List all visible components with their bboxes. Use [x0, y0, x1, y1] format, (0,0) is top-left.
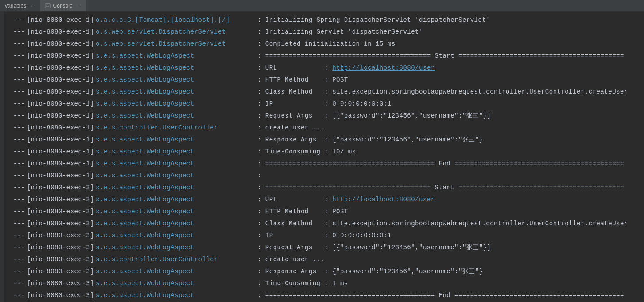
log-thread: [nio-8080-exec-3]	[25, 194, 94, 206]
log-line: ---[nio-8080-exec-1]s.e.s.aspect.WebLogA…	[4, 62, 644, 74]
log-line: ---[nio-8080-exec-1]o.a.c.c.C.[Tomcat].[…	[4, 14, 644, 26]
log-line: ---[nio-8080-exec-1]s.e.s.aspect.WebLogA…	[4, 110, 644, 122]
log-dash: ---	[4, 14, 25, 26]
log-dash: ---	[4, 50, 25, 62]
log-message: Response Args : {"password":"123456","us…	[265, 266, 483, 278]
log-separator: :	[253, 38, 265, 50]
log-line: ---[nio-8080-exec-1]o.s.web.servlet.Disp…	[4, 26, 644, 38]
log-thread: [nio-8080-exec-3]	[25, 182, 94, 194]
log-thread: [nio-8080-exec-1]	[25, 26, 94, 38]
log-thread: [nio-8080-exec-3]	[25, 206, 94, 218]
log-logger: s.e.s.aspect.WebLogAspect	[94, 218, 253, 230]
log-dash: ---	[4, 74, 25, 86]
log-dash: ---	[4, 278, 25, 290]
log-message: Response Args : {"password":"123456","us…	[265, 134, 483, 146]
log-thread: [nio-8080-exec-1]	[25, 62, 94, 74]
log-thread: [nio-8080-exec-3]	[25, 266, 94, 278]
log-thread: [nio-8080-exec-1]	[25, 122, 94, 134]
log-logger: s.e.s.aspect.WebLogAspect	[94, 86, 253, 98]
pin-icon: →°	[75, 3, 81, 8]
log-message: ========================================…	[265, 182, 624, 194]
log-dash: ---	[4, 170, 25, 182]
log-thread: [nio-8080-exec-1]	[25, 170, 94, 182]
log-dash: ---	[4, 242, 25, 254]
tab-console[interactable]: Console →°	[40, 0, 86, 11]
log-logger: s.e.s.aspect.WebLogAspect	[94, 158, 253, 170]
log-separator: :	[253, 218, 265, 230]
log-line: ---[nio-8080-exec-1]s.e.s.aspect.WebLogA…	[4, 158, 644, 170]
log-dash: ---	[4, 110, 25, 122]
log-line: ---[nio-8080-exec-3]s.e.s.aspect.WebLogA…	[4, 206, 644, 218]
log-line: ---[nio-8080-exec-3]s.e.s.aspect.WebLogA…	[4, 278, 644, 290]
log-thread: [nio-8080-exec-1]	[25, 146, 94, 158]
log-logger: o.a.c.c.C.[Tomcat].[localhost].[/]	[94, 14, 253, 26]
log-message: IP : 0:0:0:0:0:0:0:1	[265, 230, 392, 242]
log-logger: s.e.s.aspect.WebLogAspect	[94, 182, 253, 194]
console-icon	[45, 3, 51, 9]
log-dash: ---	[4, 86, 25, 98]
console-output[interactable]: ---[nio-8080-exec-1]o.a.c.c.C.[Tomcat].[…	[4, 12, 644, 302]
log-message: HTTP Method : POST	[265, 74, 348, 86]
log-thread: [nio-8080-exec-1]	[25, 110, 94, 122]
log-line: ---[nio-8080-exec-1]s.e.s.aspect.WebLogA…	[4, 98, 644, 110]
tab-console-label: Console	[53, 3, 73, 9]
log-separator: :	[253, 110, 265, 122]
log-separator: :	[253, 170, 265, 182]
log-line: ---[nio-8080-exec-1]s.e.s.aspect.WebLogA…	[4, 146, 644, 158]
log-message: ========================================…	[265, 50, 624, 62]
log-dash: ---	[4, 62, 25, 74]
log-url-link[interactable]: http://localhost:8080/user	[332, 62, 435, 74]
log-logger: s.e.s.aspect.WebLogAspect	[94, 110, 253, 122]
log-dash: ---	[4, 146, 25, 158]
log-logger: s.e.s.aspect.WebLogAspect	[94, 194, 253, 206]
log-message: Time-Consuming : 1 ms	[265, 278, 348, 290]
log-message: Class Method : site.exception.springboot…	[265, 218, 628, 230]
log-message: ========================================…	[265, 158, 624, 170]
tool-window-tabs: Variables →° Console →°	[0, 0, 644, 12]
log-dash: ---	[4, 182, 25, 194]
log-dash: ---	[4, 98, 25, 110]
log-separator: :	[253, 74, 265, 86]
log-logger: s.e.s.aspect.WebLogAspect	[94, 134, 253, 146]
log-thread: [nio-8080-exec-1]	[25, 50, 94, 62]
log-thread: [nio-8080-exec-3]	[25, 254, 94, 266]
log-logger: s.e.s.aspect.WebLogAspect	[94, 278, 253, 290]
log-message: Time-Consuming : 107 ms	[265, 146, 356, 158]
log-thread: [nio-8080-exec-3]	[25, 218, 94, 230]
log-line: ---[nio-8080-exec-3]s.e.s.aspect.WebLogA…	[4, 182, 644, 194]
log-thread: [nio-8080-exec-1]	[25, 86, 94, 98]
log-logger: s.e.s.aspect.WebLogAspect	[94, 206, 253, 218]
log-separator: :	[253, 26, 265, 38]
editor-gutter	[0, 12, 4, 302]
log-logger: s.e.s.aspect.WebLogAspect	[94, 242, 253, 254]
log-logger: s.e.s.aspect.WebLogAspect	[94, 74, 253, 86]
log-separator: :	[253, 206, 265, 218]
log-url-link[interactable]: http://localhost:8080/user	[332, 194, 435, 206]
log-separator: :	[253, 14, 265, 26]
log-message: Initializing Spring DispatcherServlet 'd…	[265, 14, 490, 26]
log-logger: s.e.s.controller.UserController	[94, 254, 253, 266]
log-thread: [nio-8080-exec-1]	[25, 14, 94, 26]
log-thread: [nio-8080-exec-1]	[25, 74, 94, 86]
log-line: ---[nio-8080-exec-1]s.e.s.aspect.WebLogA…	[4, 170, 644, 182]
log-logger: s.e.s.aspect.WebLogAspect	[94, 146, 253, 158]
log-logger: o.s.web.servlet.DispatcherServlet	[94, 26, 253, 38]
log-dash: ---	[4, 218, 25, 230]
tab-variables[interactable]: Variables →°	[0, 0, 40, 11]
log-dash: ---	[4, 266, 25, 278]
log-logger: s.e.s.aspect.WebLogAspect	[94, 170, 253, 182]
pin-icon: →°	[28, 3, 35, 8]
log-line: ---[nio-8080-exec-3]s.e.s.aspect.WebLogA…	[4, 194, 644, 206]
log-message: ========================================…	[265, 290, 624, 302]
log-separator: :	[253, 50, 265, 62]
log-line: ---[nio-8080-exec-1]s.e.s.controller.Use…	[4, 122, 644, 134]
log-line: ---[nio-8080-exec-1]s.e.s.aspect.WebLogA…	[4, 50, 644, 62]
log-separator: :	[253, 194, 265, 206]
log-separator: :	[253, 230, 265, 242]
log-line: ---[nio-8080-exec-1]o.s.web.servlet.Disp…	[4, 38, 644, 50]
log-dash: ---	[4, 254, 25, 266]
log-dash: ---	[4, 134, 25, 146]
log-thread: [nio-8080-exec-3]	[25, 290, 94, 302]
log-dash: ---	[4, 290, 25, 302]
log-message: create user ...	[265, 254, 325, 266]
